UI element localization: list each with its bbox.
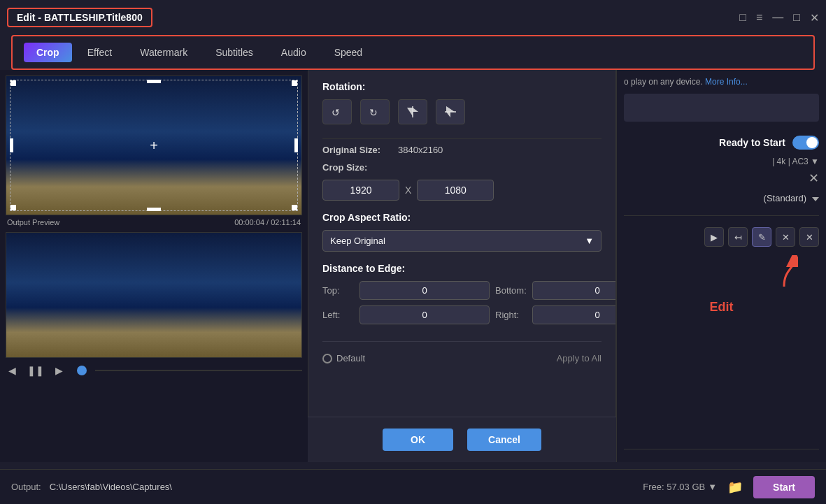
format-arrow-icon[interactable] [812,192,819,204]
video-preview-top: + [6,75,302,215]
radio-circle-icon [322,354,332,363]
right-input[interactable] [532,305,616,324]
crop-width-input[interactable] [322,180,399,201]
edit-action-icon[interactable]: ✎ [752,227,771,247]
rotate-cw-button[interactable]: ↻ [360,99,390,124]
tab-subtitles[interactable]: Subtitles [203,43,266,62]
video-bg-top: + [6,76,301,215]
right-panel: o play on any device. More Info... Ready… [616,70,826,462]
svg-marker-4 [407,108,418,116]
right-distance-item: Right: [495,305,616,324]
original-size-value: 3840x2160 [398,145,443,155]
close-icon[interactable]: ✕ [810,11,819,24]
crop-settings-panel: Rotation: ↺ ↻ [308,70,616,417]
flip-v-button[interactable] [436,99,465,124]
bottom-input[interactable] [532,281,616,300]
crop-handle-right[interactable] [294,138,298,152]
tab-watermark[interactable]: Watermark [127,43,200,62]
output-path: C:\Users\fab\Videos\Captures\ [50,482,635,492]
crop-corner-tl[interactable] [10,80,16,86]
rotate-ccw-button[interactable]: ↺ [322,99,352,124]
bottom-bar: Output: C:\Users\fab\Videos\Captures\ Fr… [0,469,826,504]
ready-toggle[interactable] [792,136,819,150]
video-bg-bottom [6,233,301,357]
more-info-link[interactable]: More Info... [705,77,748,87]
title-bar: Edit - BATTLESHIP.Title800 □ ≡ — □ ✕ [0,0,826,35]
video-preview-bottom [6,232,302,358]
prev-action-icon[interactable]: ↤ [728,227,748,247]
crop-ratio-row: Keep Original ▼ [322,230,601,252]
maximize-icon[interactable]: □ [793,11,800,24]
distance-label: Distance to Edge: [322,263,601,274]
free-space-arrow[interactable]: ▼ [708,482,717,492]
svg-marker-7 [446,106,455,117]
progress-dot[interactable] [77,366,87,375]
crop-corner-br[interactable] [292,205,297,210]
rotation-label: Rotation: [322,81,601,92]
crop-size-x: X [405,185,411,196]
free-space: Free: 57.03 GB ▼ [643,482,717,492]
preview-label-row: Output Preview 00:00:04 / 02:11:14 [6,215,302,229]
info-text: o play on any device. [624,77,703,87]
tab-effect[interactable]: Effect [75,43,125,62]
bottom-actions: Default Apply to All [322,341,601,363]
left-distance-item: Left: [322,305,490,324]
middle-wrapper: Rotation: ↺ ↻ [308,70,616,462]
right-label: Right: [495,310,527,320]
apply-all-button[interactable]: Apply to All [557,353,601,363]
distance-grid: Top: Bottom: Left: Right: [322,281,601,324]
menu-icon[interactable]: ≡ [756,11,762,24]
crop-handle-bottom[interactable] [147,208,161,211]
dialog-buttons: OK Cancel [308,417,616,462]
cross2-action-icon[interactable]: ✕ [799,227,819,247]
svg-text:↻: ↻ [369,107,378,118]
crosshair-icon: + [150,138,158,154]
dropdown-arrow-icon: ▼ [585,236,594,246]
cross1-action-icon[interactable]: ✕ [776,227,795,247]
top-label: Top: [322,285,354,296]
edit-label: Edit [624,300,819,315]
cancel-button[interactable]: Cancel [467,429,541,451]
progress-line [95,370,302,371]
action-icons-row: ▶ ↤ ✎ ✕ ✕ [624,227,819,247]
default-radio[interactable]: Default [322,353,365,363]
tab-audio[interactable]: Audio [269,43,319,62]
format-value: (Standard) [764,193,806,203]
start-button[interactable]: Start [753,476,815,498]
play-pause-button[interactable]: ❚❚ [24,363,47,377]
play-action-icon[interactable]: ▶ [704,227,724,247]
right-meta: | 4k | AC3 ▼ [624,157,819,166]
top-input[interactable] [359,281,490,300]
main-content: + Output Preview 00:00:04 / 02:11:14 ◀ ❚… [0,70,826,462]
crop-aspect-dropdown[interactable]: Keep Original ▼ [322,230,601,252]
window-title: Edit - BATTLESHIP.Title800 [7,8,152,27]
prev-frame-button[interactable]: ◀ [6,363,19,377]
progress-bar-area [624,94,819,122]
crop-height-input[interactable] [417,180,494,201]
right-info-text: o play on any device. More Info... [624,77,819,87]
bottom-label: Bottom: [495,285,527,296]
tile-icon[interactable]: □ [739,11,746,24]
crop-handle-top[interactable] [147,80,161,83]
folder-button[interactable]: 📁 [725,477,745,497]
ok-button[interactable]: OK [383,429,453,451]
original-size-label: Original Size: [322,145,392,155]
svg-text:↺: ↺ [332,107,340,118]
output-label: Output: [11,482,41,492]
crop-corner-tr[interactable] [292,80,297,86]
minimize-icon[interactable]: — [772,11,783,24]
meta-text: | 4k | AC3 [772,157,809,166]
next-frame-button[interactable]: ▶ [52,363,66,377]
flip-h-button[interactable] [398,99,427,124]
left-input[interactable] [359,305,490,324]
meta-dropdown-arrow[interactable]: ▼ [811,157,819,166]
left-panel: + Output Preview 00:00:04 / 02:11:14 ◀ ❚… [0,70,308,462]
right-panel-close[interactable]: ✕ [624,171,819,186]
tab-crop[interactable]: Crop [24,43,72,62]
window-controls: □ ≡ — □ ✕ [739,11,819,24]
crop-corner-bl[interactable] [10,205,16,210]
app-window: Edit - BATTLESHIP.Title800 □ ≡ — □ ✕ Cro… [0,0,826,504]
tab-speed[interactable]: Speed [322,43,375,62]
crop-handle-left[interactable] [10,138,13,152]
left-label: Left: [322,310,354,320]
